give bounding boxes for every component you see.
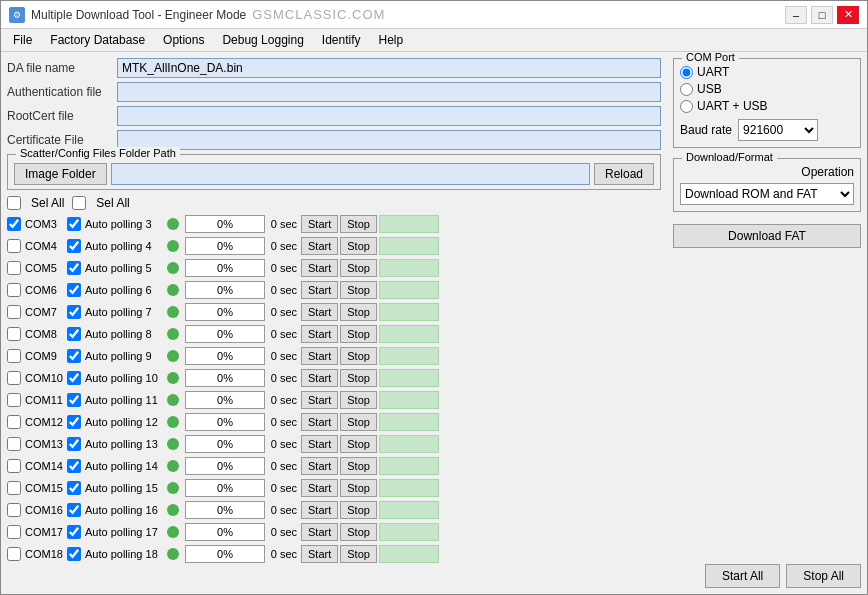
com-stop-btn-14[interactable]: Stop [340,523,377,541]
da-file-input[interactable] [117,58,661,78]
com-auto-checkbox-9[interactable] [67,415,81,429]
com-stop-btn-8[interactable]: Stop [340,391,377,409]
com-sec-6: 0 sec [267,350,297,362]
sel-all-checkbox-2[interactable] [72,196,86,210]
com-stop-btn-9[interactable]: Stop [340,413,377,431]
com-auto-checkbox-2[interactable] [67,261,81,275]
com-row-checkbox-13[interactable] [7,503,21,517]
start-all-btn[interactable]: Start All [705,564,780,588]
auth-file-input[interactable] [117,82,661,102]
com-auto-checkbox-3[interactable] [67,283,81,297]
menu-factory-database[interactable]: Factory Database [42,31,153,49]
rootcert-label: RootCert file [7,109,117,123]
com-auto-checkbox-13[interactable] [67,503,81,517]
com-start-btn-9[interactable]: Start [301,413,338,431]
com-start-btn-15[interactable]: Start [301,545,338,563]
com-bar-0 [379,215,439,233]
com-row-checkbox-7[interactable] [7,371,21,385]
com-row-checkbox-4[interactable] [7,305,21,319]
com-stop-btn-7[interactable]: Stop [340,369,377,387]
com-row-checkbox-11[interactable] [7,459,21,473]
rootcert-input[interactable] [117,106,661,126]
reload-btn[interactable]: Reload [594,163,654,185]
download-fat-btn[interactable]: Download FAT [673,224,861,248]
stop-all-btn[interactable]: Stop All [786,564,861,588]
operation-select[interactable]: Download ROM and FAT Download ROM Format… [680,183,854,205]
com-start-btn-0[interactable]: Start [301,215,338,233]
com-row-checkbox-10[interactable] [7,437,21,451]
com-progress-10: 0% [185,435,265,453]
com-sec-3: 0 sec [267,284,297,296]
com-start-btn-12[interactable]: Start [301,479,338,497]
com-row-checkbox-15[interactable] [7,547,21,561]
com-start-btn-13[interactable]: Start [301,501,338,519]
com-start-btn-3[interactable]: Start [301,281,338,299]
com-row-checkbox-12[interactable] [7,481,21,495]
com-start-btn-7[interactable]: Start [301,369,338,387]
uart-usb-radio[interactable] [680,100,693,113]
menu-identify[interactable]: Identify [314,31,369,49]
com-auto-checkbox-11[interactable] [67,459,81,473]
com-stop-btn-10[interactable]: Stop [340,435,377,453]
com-start-btn-10[interactable]: Start [301,435,338,453]
com-auto-checkbox-6[interactable] [67,349,81,363]
menu-debug-logging[interactable]: Debug Logging [214,31,311,49]
com-stop-btn-12[interactable]: Stop [340,479,377,497]
com-start-btn-11[interactable]: Start [301,457,338,475]
com-start-btn-2[interactable]: Start [301,259,338,277]
com-start-btn-6[interactable]: Start [301,347,338,365]
com-row-checkbox-14[interactable] [7,525,21,539]
com-auto-checkbox-10[interactable] [67,437,81,451]
com-auto-label-15: Auto polling 18 [85,548,165,560]
com-start-btn-8[interactable]: Start [301,391,338,409]
com-row-checkbox-0[interactable] [7,217,21,231]
com-auto-checkbox-14[interactable] [67,525,81,539]
com-stop-btn-3[interactable]: Stop [340,281,377,299]
com-start-btn-14[interactable]: Start [301,523,338,541]
com-auto-checkbox-1[interactable] [67,239,81,253]
com-row-checkbox-5[interactable] [7,327,21,341]
usb-radio[interactable] [680,83,693,96]
com-stop-btn-11[interactable]: Stop [340,457,377,475]
com-auto-label-13: Auto polling 16 [85,504,165,516]
com-stop-btn-13[interactable]: Stop [340,501,377,519]
com-sec-7: 0 sec [267,372,297,384]
com-progress-11: 0% [185,457,265,475]
com-stop-btn-15[interactable]: Stop [340,545,377,563]
com-auto-checkbox-0[interactable] [67,217,81,231]
menu-options[interactable]: Options [155,31,212,49]
com-stop-btn-1[interactable]: Stop [340,237,377,255]
com-stop-btn-6[interactable]: Stop [340,347,377,365]
com-row-checkbox-9[interactable] [7,415,21,429]
sel-all-checkbox-1[interactable] [7,196,21,210]
image-folder-btn[interactable]: Image Folder [14,163,107,185]
com-row-checkbox-3[interactable] [7,283,21,297]
com-start-btn-5[interactable]: Start [301,325,338,343]
minimize-btn[interactable]: – [785,6,807,24]
com-stop-btn-4[interactable]: Stop [340,303,377,321]
close-btn[interactable]: ✕ [837,6,859,24]
cert-input[interactable] [117,130,661,150]
menu-help[interactable]: Help [371,31,412,49]
maximize-btn[interactable]: □ [811,6,833,24]
com-row-checkbox-8[interactable] [7,393,21,407]
com-stop-btn-5[interactable]: Stop [340,325,377,343]
com-auto-checkbox-12[interactable] [67,481,81,495]
com-row: COM11 Auto polling 11 0% 0 sec Start Sto… [7,390,661,410]
com-auto-checkbox-7[interactable] [67,371,81,385]
com-stop-btn-2[interactable]: Stop [340,259,377,277]
com-row-checkbox-6[interactable] [7,349,21,363]
com-auto-checkbox-4[interactable] [67,305,81,319]
com-start-btn-4[interactable]: Start [301,303,338,321]
menu-file[interactable]: File [5,31,40,49]
com-row-checkbox-2[interactable] [7,261,21,275]
com-auto-checkbox-5[interactable] [67,327,81,341]
com-start-btn-1[interactable]: Start [301,237,338,255]
com-row-checkbox-1[interactable] [7,239,21,253]
com-stop-btn-0[interactable]: Stop [340,215,377,233]
uart-radio[interactable] [680,66,693,79]
scatter-path-input[interactable] [111,163,590,185]
baud-rate-select[interactable]: 921600 460800 230400 115200 [738,119,818,141]
com-auto-checkbox-15[interactable] [67,547,81,561]
com-auto-checkbox-8[interactable] [67,393,81,407]
